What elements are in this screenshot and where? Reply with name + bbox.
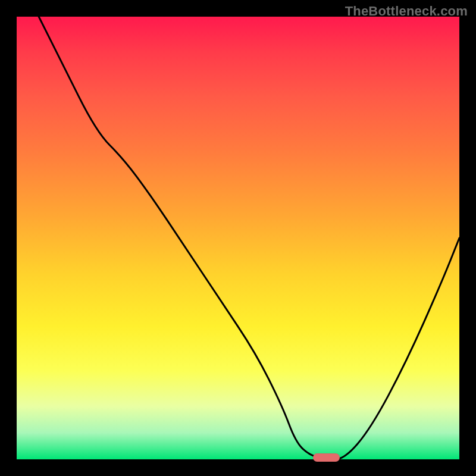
bottleneck-curve: [39, 17, 459, 459]
optimal-marker: [313, 453, 340, 462]
plot-area: [17, 17, 459, 459]
chart-frame: TheBottleneck.com: [0, 0, 476, 476]
curve-layer: [17, 17, 459, 459]
